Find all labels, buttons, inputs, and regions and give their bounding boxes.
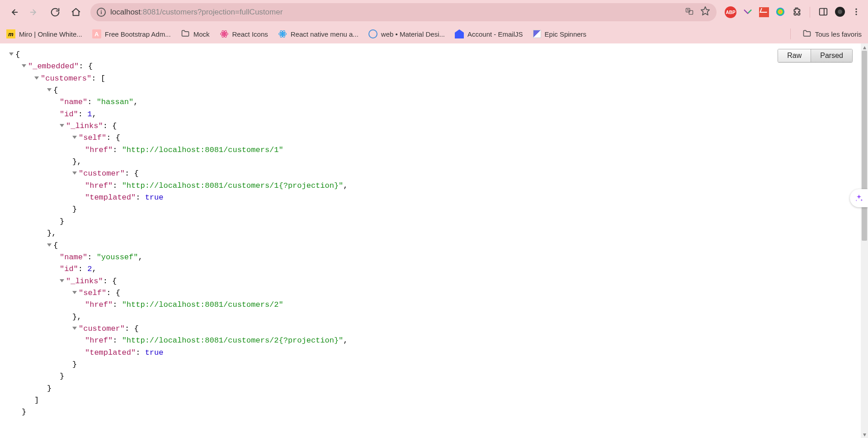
collapse-caret-icon[interactable] <box>72 327 77 330</box>
collapse-caret-icon[interactable] <box>9 52 14 56</box>
bookmark-folder[interactable]: Mock <box>181 29 210 39</box>
folder-icon <box>802 29 811 39</box>
json-tree[interactable]: {"_embedded": {"customers": [{"name": "h… <box>9 49 852 419</box>
toolbar: i localhost:8081/customers?projection=fu… <box>0 0 868 24</box>
collapse-caret-icon[interactable] <box>72 291 77 294</box>
bookmark-label: Account - EmailJS <box>467 30 523 38</box>
svg-marker-4 <box>701 7 709 15</box>
translate-icon[interactable] <box>685 7 694 18</box>
address-bar[interactable]: i localhost:8081/customers?projection=fu… <box>90 3 717 21</box>
vertical-scrollbar[interactable]: ▴ ▾ <box>861 43 868 438</box>
react-icon <box>278 29 287 38</box>
miro-icon: m <box>6 29 15 38</box>
svg-point-9 <box>838 10 842 14</box>
extensions-menu-icon[interactable] <box>792 7 802 18</box>
raw-button[interactable]: Raw <box>778 49 811 62</box>
smiley-icon <box>368 29 377 38</box>
extension-icons: ABP <box>722 6 863 19</box>
bookmark-label: Epic Spinners <box>545 30 587 38</box>
spinner-icon <box>533 30 541 38</box>
bookmark-item[interactable]: Epic Spinners <box>533 30 587 38</box>
browser-chrome: i localhost:8081/customers?projection=fu… <box>0 0 868 44</box>
separator <box>810 7 810 18</box>
bookmarks-bar: m Miro | Online White... A Free Bootstra… <box>0 24 868 43</box>
scroll-down-arrow[interactable]: ▾ <box>861 431 868 438</box>
json-viewer: {"_embedded": {"customers": [{"name": "h… <box>0 43 861 438</box>
react-icon <box>220 29 229 38</box>
scroll-up-arrow[interactable]: ▴ <box>861 43 868 51</box>
svg-point-12 <box>855 14 857 15</box>
extension-icon[interactable] <box>759 7 769 17</box>
svg-point-10 <box>855 8 857 10</box>
collapse-caret-icon[interactable] <box>47 88 52 91</box>
bookmark-label: Mock <box>193 30 210 38</box>
site-info-icon[interactable]: i <box>97 8 106 17</box>
collapse-caret-icon[interactable] <box>22 64 26 67</box>
scrollbar-thumb[interactable] <box>862 51 867 241</box>
folder-icon <box>181 29 190 39</box>
bookmark-item[interactable]: web • Material Desi... <box>368 29 445 38</box>
abp-extension-icon[interactable]: ABP <box>725 6 736 18</box>
ai-assist-fab[interactable] <box>850 189 868 207</box>
home-button[interactable] <box>67 3 85 21</box>
raw-parsed-toggle: Raw Parsed <box>778 49 853 62</box>
svg-rect-6 <box>820 8 827 15</box>
bookmark-item[interactable]: Account - EmailJS <box>455 29 523 38</box>
collapse-caret-icon[interactable] <box>72 136 77 139</box>
svg-point-11 <box>855 11 857 12</box>
bookmark-label: web • Material Desi... <box>381 30 445 38</box>
bookmark-label: Free Bootstrap Adm... <box>105 30 171 38</box>
collapse-caret-icon[interactable] <box>60 279 64 282</box>
bookmark-item[interactable]: A Free Bootstrap Adm... <box>92 29 171 38</box>
all-bookmarks-label: Tous les favoris <box>815 30 862 38</box>
svg-point-17 <box>282 33 283 34</box>
collapse-caret-icon[interactable] <box>72 171 77 175</box>
all-bookmarks-button[interactable]: Tous les favoris <box>802 29 862 39</box>
bookmark-label: Miro | Online White... <box>19 30 82 38</box>
svg-point-5 <box>776 7 784 15</box>
emailjs-icon <box>455 29 464 38</box>
bookmark-item[interactable]: m Miro | Online White... <box>6 29 82 38</box>
reload-button[interactable] <box>46 3 64 21</box>
profile-avatar-icon[interactable] <box>835 6 845 19</box>
extension-icon[interactable] <box>743 7 753 18</box>
parsed-button[interactable]: Parsed <box>811 49 852 62</box>
side-panel-icon[interactable] <box>818 7 828 18</box>
bookmark-label: React native menu a... <box>291 30 359 38</box>
back-button[interactable] <box>5 3 23 21</box>
forward-button[interactable] <box>25 3 43 21</box>
collapse-caret-icon[interactable] <box>34 76 39 80</box>
collapse-caret-icon[interactable] <box>60 124 64 127</box>
bookmark-item[interactable]: React native menu a... <box>278 29 359 38</box>
bookmark-star-icon[interactable] <box>700 6 710 19</box>
collapse-caret-icon[interactable] <box>47 243 52 247</box>
bookmark-label: React Icons <box>232 30 268 38</box>
url-text: localhost:8081/customers?projection=full… <box>110 8 680 17</box>
extension-icon[interactable] <box>775 7 785 18</box>
separator <box>790 29 791 39</box>
bookmark-item[interactable]: React Icons <box>220 29 268 38</box>
kebab-menu-icon[interactable] <box>852 7 861 18</box>
svg-point-13 <box>223 33 225 34</box>
admin-icon: A <box>92 29 101 38</box>
